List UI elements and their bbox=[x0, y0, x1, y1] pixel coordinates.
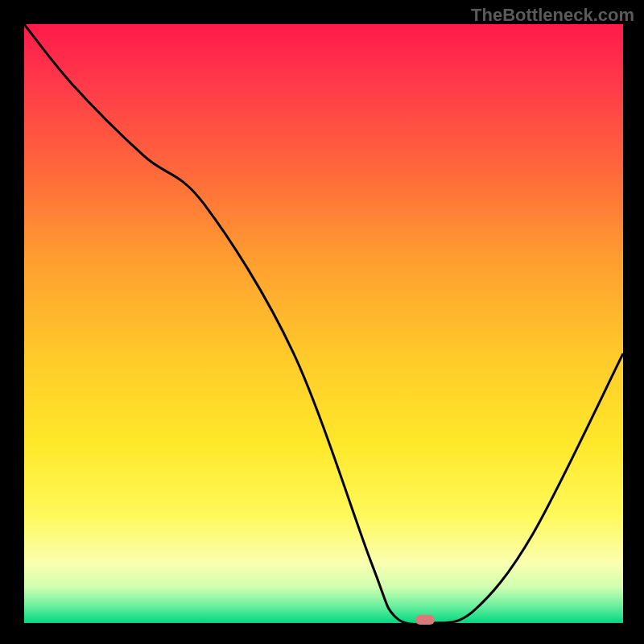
watermark-text: TheBottleneck.com bbox=[471, 5, 634, 26]
chart-container: TheBottleneck.com bbox=[0, 0, 644, 644]
plot-area bbox=[23, 23, 625, 625]
bottleneck-curve bbox=[24, 24, 623, 623]
optimal-marker bbox=[415, 615, 435, 625]
